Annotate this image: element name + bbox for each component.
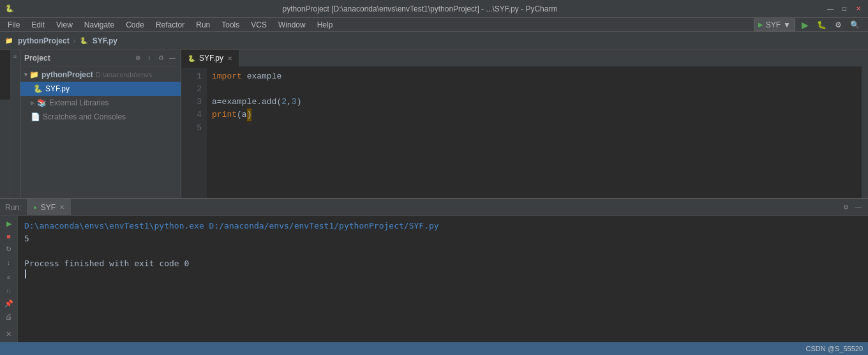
tree-item-ext-libs[interactable]: ▶ 📚 External Libraries <box>20 96 181 110</box>
run-config-chevron: ▼ <box>783 20 791 29</box>
app-logo-icon: 🐍 <box>5 4 14 13</box>
minimize-panel-icon[interactable]: — <box>168 54 177 63</box>
project-panel-header: Project ⊕ ↕ ⚙ — <box>20 50 181 66</box>
run-scroll-down-icon[interactable]: ↓ <box>3 257 15 268</box>
code-content[interactable]: import example a=example.add(2,3) print(… <box>207 68 862 203</box>
menu-tools[interactable]: Tools <box>216 19 244 31</box>
editor-tab-syfpy[interactable]: 🐍 SYF.py ✕ <box>181 50 239 66</box>
run-tab-syf[interactable]: ● SYF ✕ <box>26 199 71 215</box>
main-area: Favorites ≡ Project ⊕ ↕ ⚙ — ▼ 📁 pythonPr… <box>0 50 868 208</box>
output-cursor-line <box>24 269 862 278</box>
run-wrap-icon[interactable]: ≡ <box>3 273 15 283</box>
scratches-icon: 📄 <box>31 112 40 121</box>
structure-icon[interactable]: ≡ <box>11 52 20 61</box>
settings-icon[interactable]: ⚙ <box>156 54 165 63</box>
keyword-print: print <box>212 109 237 121</box>
maximize-button[interactable]: □ <box>840 4 849 13</box>
search-everywhere-button[interactable]: 🔍 <box>848 18 862 32</box>
menu-edit[interactable]: Edit <box>26 19 50 31</box>
statusbar: CSDN @S_55520 <box>0 342 868 355</box>
output-line-3 <box>24 245 862 257</box>
left-icon-strip: ≡ <box>10 50 20 208</box>
run-panel-settings: ⚙ — <box>836 199 868 215</box>
run-pin-icon[interactable]: 📌 <box>3 299 15 309</box>
run-config-dropdown[interactable]: ▶ SYF ▼ <box>754 19 795 31</box>
tree-path-project: D:\anaconda\envs <box>96 71 153 79</box>
run-tab-close-button[interactable]: ✕ <box>59 204 64 211</box>
cursor-blink <box>25 269 26 278</box>
tree-expand-arrow: ▼ <box>23 72 29 78</box>
close-button[interactable]: ✕ <box>854 4 863 13</box>
debug-button[interactable]: 🐛 <box>814 18 828 32</box>
window-title: pythonProject [D:\anaconda\envs\envTest1… <box>14 4 826 13</box>
run-label: Run: <box>0 199 26 215</box>
run-rerun-icon[interactable]: ↻ <box>3 245 15 255</box>
output-line-1: D:\anaconda\envs\envTest1\python.exe D:/… <box>24 220 862 232</box>
tab-file-icon: 🐍 <box>188 55 195 62</box>
menu-navigate[interactable]: Navigate <box>79 19 119 31</box>
project-folder-icon: 📁 <box>29 70 39 79</box>
tree-label-project: pythonProject <box>41 70 93 79</box>
tree-item-scratches[interactable]: 📄 Scratches and Consoles <box>20 110 181 124</box>
run-tab-run-icon: ● <box>33 204 36 211</box>
code-line-1: import example <box>212 70 857 83</box>
run-tab-bar: Run: ● SYF ✕ ⚙ — <box>0 199 868 216</box>
titlebar: 🐍 pythonProject [D:\anaconda\envs\envTes… <box>0 0 868 18</box>
menu-help[interactable]: Help <box>312 19 338 31</box>
number-3: 3 <box>292 96 297 109</box>
breadcrumb-project[interactable]: pythonProject <box>18 36 70 45</box>
run-config-label: SYF <box>766 20 781 29</box>
right-scrollbar[interactable] <box>862 50 868 208</box>
output-line-2: 5 <box>24 232 862 245</box>
number-2: 2 <box>281 96 287 109</box>
add-content-icon[interactable]: ⊕ <box>133 54 142 63</box>
tree-label-scratches: Scratches and Consoles <box>43 112 126 121</box>
code-editor[interactable]: 1 2 3 4 5 import example a=example.add(2… <box>181 68 862 203</box>
tab-close-button[interactable]: ✕ <box>227 55 232 62</box>
menu-refactor[interactable]: Refactor <box>151 19 190 31</box>
var-a: a <box>242 109 247 121</box>
keyword-import: import <box>212 70 242 83</box>
external-libs-icon: 📚 <box>37 98 47 107</box>
run-content: ▶ ■ ↻ ↓ ≡ ↓↓ 📌 🖨 ✕ D:\anaconda\envs\envT… <box>0 216 868 342</box>
minimize-button[interactable]: — <box>826 4 835 13</box>
code-line-5 <box>212 121 857 134</box>
run-close-icon[interactable]: ✕ <box>3 329 15 340</box>
statusbar-text: CSDN @S_55520 <box>806 345 863 352</box>
run-stop-icon[interactable]: ■ <box>3 231 15 241</box>
top-actions: ▶ SYF ▼ ▶ 🐛 ⚙ 🔍 <box>750 18 865 32</box>
breadcrumb-file[interactable]: SYF.py <box>93 36 117 45</box>
project-tree: ▼ 📁 pythonProject D:\anaconda\envs 🐍 SYF… <box>20 66 181 208</box>
run-minimize-icon[interactable]: — <box>854 203 863 212</box>
menu-run[interactable]: Run <box>191 19 215 31</box>
run-left-icons: ▶ ■ ↻ ↓ ≡ ↓↓ 📌 🖨 ✕ <box>0 216 18 342</box>
coverage-button[interactable]: ⚙ <box>831 18 845 32</box>
tree-item-root[interactable]: ▼ 📁 pythonProject D:\anaconda\envs <box>20 68 181 82</box>
project-panel: Project ⊕ ↕ ⚙ — ▼ 📁 pythonProject D:\ana… <box>20 50 181 208</box>
scroll-from-source-icon[interactable]: ↕ <box>145 54 154 63</box>
secondary-toolbar: 📁 pythonProject › 🐍 SYF.py <box>0 32 868 50</box>
run-autoscroll-icon[interactable]: ↓↓ <box>3 285 15 296</box>
run-settings-icon[interactable]: ⚙ <box>841 203 850 212</box>
menubar: File Edit View Navigate Code Refactor Ru… <box>0 18 868 32</box>
code-assignment: a=example.add( <box>212 96 281 109</box>
tree-item-syfpy[interactable]: 🐍 SYF.py <box>20 82 181 96</box>
line-numbers: 1 2 3 4 5 <box>181 68 207 203</box>
tree-label-ext-libs: External Libraries <box>49 98 108 107</box>
menu-vcs[interactable]: VCS <box>246 19 272 31</box>
project-header-icons: ⊕ ↕ ⚙ — <box>133 54 177 63</box>
menu-code[interactable]: Code <box>121 19 149 31</box>
run-output[interactable]: D:\anaconda\envs\envTest1\python.exe D:/… <box>18 216 868 342</box>
menu-view[interactable]: View <box>51 19 78 31</box>
project-panel-title: Project <box>24 54 50 63</box>
menu-file[interactable]: File <box>3 19 25 31</box>
code-line-4: print(a) <box>212 109 857 121</box>
menu-window[interactable]: Window <box>273 19 311 31</box>
tab-label: SYF.py <box>199 54 223 63</box>
run-button[interactable]: ▶ <box>798 18 812 32</box>
module-name: example <box>247 70 282 83</box>
run-play-icon[interactable]: ▶ <box>3 218 15 229</box>
tree-label-syfpy: SYF.py <box>45 84 70 93</box>
run-print-icon[interactable]: 🖨 <box>3 312 15 322</box>
tree-expand-arrow-ext: ▶ <box>31 100 37 106</box>
